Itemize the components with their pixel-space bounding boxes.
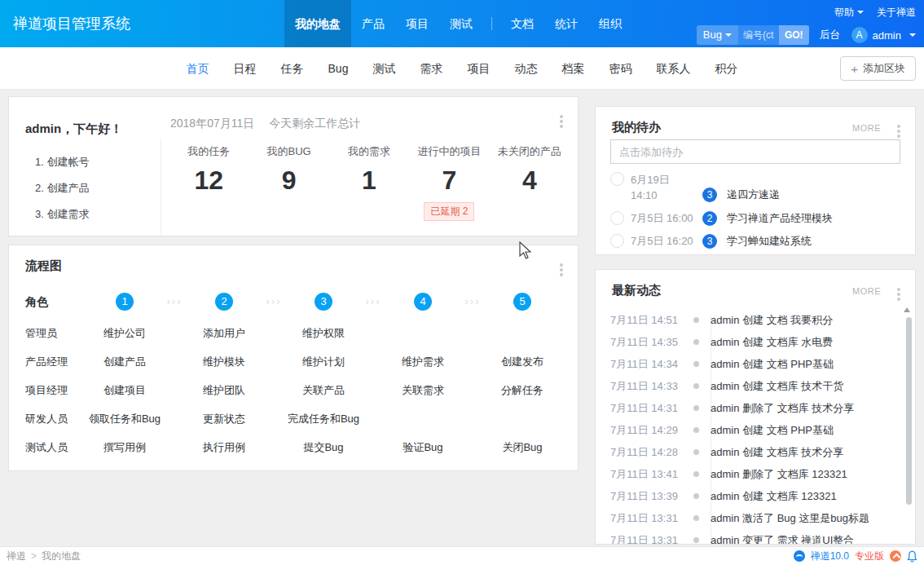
search-go-button[interactable]: GO! bbox=[779, 25, 809, 45]
todo-text[interactable]: 学习蝉知建站系统 bbox=[727, 234, 812, 249]
stat-value[interactable]: 7 bbox=[409, 166, 489, 196]
main-menu-project[interactable]: 项目 bbox=[395, 0, 439, 47]
main-menu-my[interactable]: 我的地盘 bbox=[284, 0, 351, 47]
tab-profile[interactable]: 档案 bbox=[549, 47, 596, 90]
search-type-dropdown[interactable]: Bug bbox=[697, 25, 738, 45]
menu-divider bbox=[491, 17, 492, 30]
flow-link[interactable]: 验证Bug bbox=[373, 433, 473, 461]
subnav-items: 首页 日程 任务 Bug 测试 需求 项目 动态 档案 密码 联系人 积分 bbox=[0, 47, 924, 90]
help-menu[interactable]: 帮助 bbox=[834, 6, 864, 20]
quick-step-create-product[interactable]: 2. 创建产品 bbox=[35, 175, 89, 201]
navbar-utility-row: 帮助 关于禅道 bbox=[834, 6, 916, 20]
todo-text[interactable]: 递四方速递 bbox=[727, 188, 780, 202]
tab-calendar[interactable]: 日程 bbox=[222, 47, 269, 90]
edition-link[interactable]: 专业版 bbox=[855, 550, 884, 563]
flow-link[interactable]: 撰写用例 bbox=[75, 433, 174, 461]
main-menu-org[interactable]: 组织 bbox=[588, 0, 632, 47]
main-menu-doc[interactable]: 文档 bbox=[500, 0, 544, 47]
chevron-right-icon bbox=[348, 285, 398, 319]
dynamic-text[interactable]: admin 变更了 需求 禅道UI整合 bbox=[711, 533, 854, 545]
chevron-right-icon bbox=[249, 285, 299, 319]
dynamic-text[interactable]: admin 创建 文档库 水电费 bbox=[711, 335, 833, 350]
stat-label: 我的任务 bbox=[169, 144, 249, 159]
stat-value[interactable]: 1 bbox=[329, 166, 409, 196]
tab-story[interactable]: 需求 bbox=[407, 47, 455, 90]
search-input[interactable] bbox=[738, 25, 779, 45]
todo-checkbox[interactable] bbox=[610, 234, 624, 248]
flow-row-admin: 管理员 维护公司 添加用户 维护权限 bbox=[9, 319, 578, 347]
todo-checkbox[interactable] bbox=[610, 211, 624, 225]
dynamic-text[interactable]: admin 创建 文档库 技术干货 bbox=[711, 379, 843, 394]
dynamic-text[interactable]: admin 创建 文档库 技术分享 bbox=[711, 445, 843, 460]
flow-link[interactable]: 关联需求 bbox=[373, 376, 473, 404]
main-menu-product[interactable]: 产品 bbox=[351, 0, 395, 47]
breadcrumb-home[interactable]: 禅道 bbox=[7, 550, 26, 563]
scrollbar-thumb[interactable] bbox=[906, 317, 912, 505]
bell-icon[interactable] bbox=[907, 550, 917, 563]
delayed-badge[interactable]: 已延期 2 bbox=[424, 202, 474, 221]
quick-step-create-story[interactable]: 3. 创建需求 bbox=[35, 201, 89, 227]
flow-link[interactable]: 创建产品 bbox=[75, 347, 174, 376]
todo-text[interactable]: 学习禅道产品经理模块 bbox=[727, 211, 833, 226]
panel-menu-icon[interactable] bbox=[560, 263, 563, 267]
add-block-button[interactable]: + 添加区块 bbox=[840, 56, 916, 81]
flow-steps-row: 角色 1 2 3 4 5 bbox=[9, 285, 578, 319]
scrollbar-up-icon[interactable] bbox=[904, 307, 910, 312]
tab-task[interactable]: 任务 bbox=[269, 47, 316, 90]
upgrade-icon[interactable] bbox=[890, 550, 901, 562]
more-link[interactable]: MORE bbox=[852, 123, 881, 133]
stat-value[interactable]: 9 bbox=[249, 166, 328, 196]
backstage-link[interactable]: 后台 bbox=[820, 28, 841, 42]
version-link[interactable]: 禅道10.0 bbox=[811, 550, 849, 563]
add-todo-input[interactable] bbox=[610, 139, 900, 164]
panel-menu-icon[interactable] bbox=[560, 115, 563, 118]
panel-menu-icon[interactable] bbox=[897, 288, 900, 291]
flow-link[interactable]: 创建发布 bbox=[473, 347, 572, 376]
dynamic-text[interactable]: admin 创建 文档 PHP基础 bbox=[711, 357, 834, 372]
flow-link[interactable]: 分解任务 bbox=[473, 376, 572, 404]
dynamic-time: 7月11日 13:39 bbox=[610, 489, 682, 504]
tab-test[interactable]: 测试 bbox=[360, 47, 407, 90]
dynamic-time: 7月11日 13:31 bbox=[610, 511, 682, 526]
flow-link[interactable]: 关闭Bug bbox=[473, 433, 572, 461]
more-link[interactable]: MORE bbox=[852, 286, 881, 296]
flow-link[interactable]: 维护公司 bbox=[75, 319, 174, 347]
dynamic-time: 7月11日 14:28 bbox=[610, 445, 682, 460]
tab-contacts[interactable]: 联系人 bbox=[644, 47, 702, 90]
main-menu-report[interactable]: 统计 bbox=[544, 0, 588, 47]
flow-link[interactable]: 创建项目 bbox=[75, 376, 174, 404]
quick-step-create-account[interactable]: 1. 创建帐号 bbox=[35, 149, 89, 175]
dynamic-text[interactable]: admin 创建 文档 我要积分 bbox=[711, 313, 833, 328]
flow-link[interactable]: 维护模块 bbox=[174, 347, 274, 376]
dynamic-text[interactable]: admin 删除了 文档库 技术分享 bbox=[711, 401, 854, 416]
dynamic-text[interactable]: admin 激活了 Bug 这里是bug标题 bbox=[711, 511, 869, 526]
main-menu-qa[interactable]: 测试 bbox=[439, 0, 483, 47]
tab-bug[interactable]: Bug bbox=[316, 47, 361, 90]
flow-link[interactable]: 关联产品 bbox=[274, 376, 373, 404]
about-link[interactable]: 关于禅道 bbox=[877, 6, 916, 20]
dynamic-text[interactable]: admin 删除了 文档库 123321 bbox=[711, 467, 847, 482]
tab-password[interactable]: 密码 bbox=[596, 47, 644, 90]
tab-score[interactable]: 积分 bbox=[702, 47, 750, 90]
flow-link[interactable]: 添加用户 bbox=[174, 319, 274, 347]
flow-link[interactable]: 更新状态 bbox=[174, 404, 274, 433]
flow-link[interactable]: 维护计划 bbox=[274, 347, 373, 376]
stat-value[interactable]: 12 bbox=[169, 166, 249, 196]
flow-link[interactable]: 提交Bug bbox=[274, 433, 373, 461]
panel-menu-icon[interactable] bbox=[897, 125, 900, 128]
dynamic-text[interactable]: admin 创建 文档 PHP基础 bbox=[711, 423, 834, 438]
todo-checkbox[interactable] bbox=[610, 172, 624, 186]
breadcrumb-current[interactable]: 我的地盘 bbox=[42, 550, 81, 563]
flow-link[interactable]: 执行用例 bbox=[174, 433, 274, 461]
tab-dynamic[interactable]: 动态 bbox=[502, 47, 549, 90]
flow-link[interactable]: 领取任务和Bug bbox=[75, 404, 174, 433]
stat-value[interactable]: 4 bbox=[490, 166, 570, 196]
flow-link[interactable]: 维护团队 bbox=[174, 376, 274, 404]
flow-link[interactable]: 完成任务和Bug bbox=[274, 404, 373, 433]
dynamic-text[interactable]: admin 创建 文档库 123321 bbox=[711, 489, 837, 504]
flow-link[interactable]: 维护需求 bbox=[373, 347, 473, 376]
tab-project[interactable]: 项目 bbox=[455, 47, 502, 90]
flow-link[interactable]: 维护权限 bbox=[274, 319, 373, 347]
tab-home[interactable]: 首页 bbox=[174, 47, 222, 90]
user-menu[interactable]: A admin bbox=[851, 27, 916, 43]
